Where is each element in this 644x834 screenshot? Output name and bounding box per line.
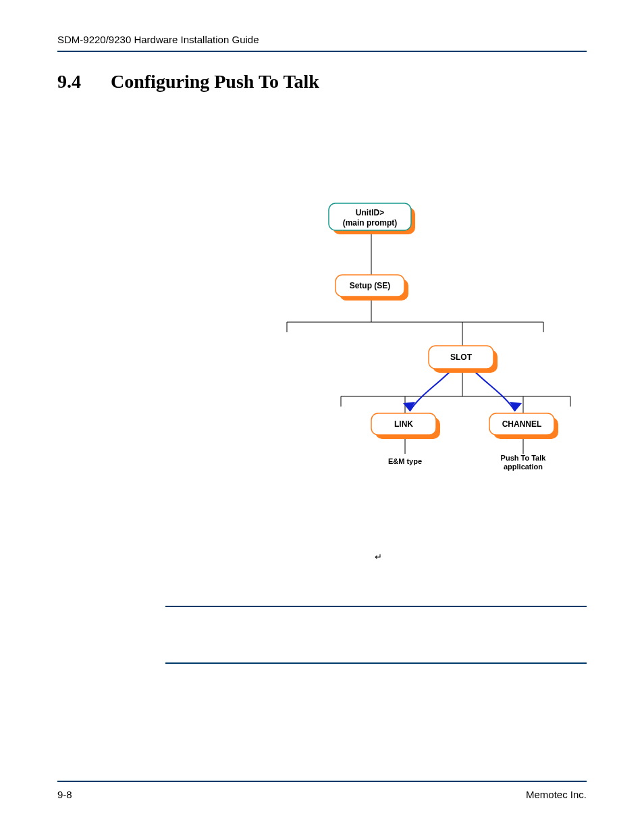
leaf-ptt-line1: Push To Talk <box>501 454 547 462</box>
node-link: LINK <box>371 413 440 439</box>
node-unitid-line1: UnitID> <box>356 208 384 217</box>
leaf-ptt-line2: application <box>504 463 543 471</box>
node-unitid-line2: (main prompt) <box>343 218 398 228</box>
footer-page-number: 9-8 <box>57 789 72 800</box>
node-unitid: UnitID> (main prompt) <box>329 203 415 234</box>
node-link-text: LINK <box>394 419 413 429</box>
note-rule-block <box>165 606 587 664</box>
section-number: 9.4 <box>57 71 106 93</box>
enter-glyph: ↵ <box>375 552 382 562</box>
leaf-em-type: E&M type <box>388 457 422 465</box>
footer-company: Memotec Inc. <box>526 789 587 800</box>
section-title-text: Configuring Push To Talk <box>111 71 319 92</box>
node-slot-text: SLOT <box>450 353 473 362</box>
diagram-svg: UnitID> (main prompt) Setup (SE) SLOT LI… <box>260 201 597 484</box>
running-head: SDM-9220/9230 Hardware Installation Guid… <box>57 34 587 52</box>
node-channel: CHANNEL <box>489 413 558 439</box>
section-heading: 9.4 Configuring Push To Talk <box>57 71 587 93</box>
node-setup-text: Setup (SE) <box>350 281 391 290</box>
node-channel-text: CHANNEL <box>502 419 542 429</box>
flow-diagram: UnitID> (main prompt) Setup (SE) SLOT LI… <box>57 201 587 498</box>
node-slot: SLOT <box>429 346 498 373</box>
node-setup: Setup (SE) <box>336 275 408 301</box>
page-footer: 9-8 Memotec Inc. <box>57 781 587 800</box>
